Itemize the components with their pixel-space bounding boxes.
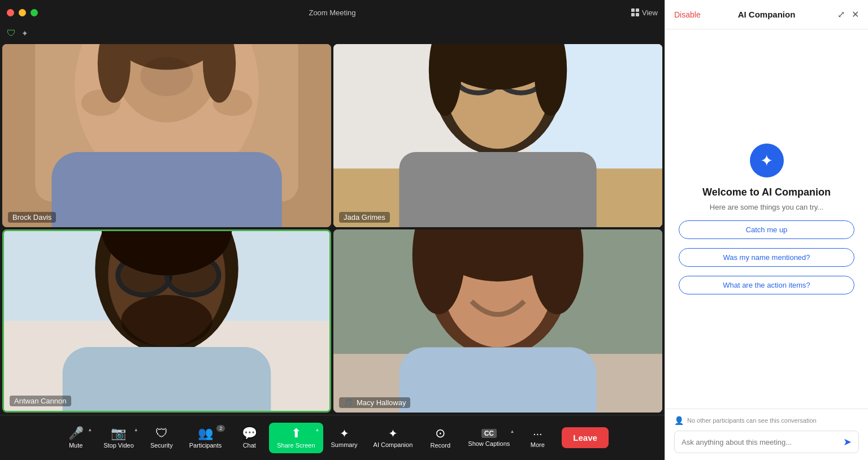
chat-button[interactable]: 💬 Chat [229, 423, 269, 453]
summary-icon: ✦ [340, 428, 349, 439]
ai-sidebar: Disable AI Companion ⤢ ✕ ✦ Welcome to AI… [665, 0, 868, 460]
participant-label-antwan: Antwan Cannon [10, 396, 71, 406]
send-button[interactable]: ➤ [843, 436, 852, 448]
captions-button[interactable]: ▲ CC Show Captions [460, 424, 518, 452]
close-sidebar-button[interactable]: ✕ [852, 9, 859, 20]
more-icon: ··· [533, 428, 542, 439]
security-icon: 🛡 [155, 427, 168, 440]
minimize-button[interactable] [19, 9, 26, 16]
svg-rect-30 [63, 347, 271, 411]
participant-label-macy: 🎵 Macy Halloway [339, 397, 410, 408]
sidebar-header: Disable AI Companion ⤢ ✕ [665, 0, 868, 29]
sidebar-header-actions: ⤢ ✕ [837, 9, 859, 20]
stop-video-button[interactable]: ▲ 📷 Stop Video [96, 423, 142, 453]
video-tile-brock[interactable]: Brock Davis [2, 44, 331, 227]
video-tile-jada[interactable]: Jada Grimes [333, 44, 662, 227]
participants-button[interactable]: 👥 2 Participants [181, 423, 229, 453]
microphone-icon: 🎤 [68, 427, 84, 440]
svg-rect-40 [399, 348, 596, 413]
privacy-icon: 👤 [674, 416, 684, 425]
more-button[interactable]: ··· More [518, 423, 557, 453]
participants-icon: 👥 [198, 427, 213, 440]
ai-companion-button[interactable]: ✦ AI Companion [366, 423, 421, 453]
sidebar-title: AI Companion [738, 10, 796, 19]
title-bar: Zoom Meeting View [0, 0, 665, 25]
share-icon: ⬆ [291, 427, 301, 440]
suggestion-action-items[interactable]: What are the action items? [679, 276, 854, 294]
leave-button[interactable]: Leave [562, 427, 609, 448]
grid-icon [631, 8, 639, 16]
window-controls [7, 9, 38, 16]
captions-icon: CC [481, 429, 497, 438]
svg-rect-4 [51, 152, 281, 227]
suggestion-catch-up[interactable]: Catch me up [679, 220, 854, 239]
external-link-button[interactable]: ⤢ [837, 9, 845, 20]
svg-point-10 [140, 57, 193, 96]
video-grid: Brock Davis [0, 42, 665, 415]
svg-rect-19 [399, 152, 596, 227]
meeting-title: Zoom Meeting [309, 8, 355, 17]
suggestion-name-mentioned[interactable]: Was my name mentioned? [679, 248, 854, 267]
captions-chevron: ▲ [510, 429, 514, 434]
video-tile-macy[interactable]: 🎵 Macy Halloway [333, 229, 662, 413]
participant-label-jada: Jada Grimes [339, 212, 390, 223]
ai-logo: ✦ [750, 144, 784, 177]
sidebar-footer: 👤 No other participants can see this con… [665, 409, 868, 460]
maximize-button[interactable] [31, 9, 38, 16]
toolbar: ▲ 🎤 Mute ▲ 📷 Stop Video 🛡 Security 👥 2 P… [0, 415, 665, 460]
chat-input[interactable] [682, 438, 839, 446]
status-bar: 🛡 ✦ [0, 25, 665, 42]
mute-chevron: ▲ [88, 427, 92, 432]
close-button[interactable] [7, 9, 14, 16]
record-button[interactable]: ⊙ Record [420, 423, 460, 453]
welcome-subtitle: Here are some things you can try... [710, 203, 823, 211]
share-chevron: ▲ [315, 427, 320, 432]
mute-button[interactable]: ▲ 🎤 Mute [56, 423, 96, 453]
privacy-notice: 👤 No other participants can see this con… [674, 416, 859, 425]
sidebar-content: ✦ Welcome to AI Companion Here are some … [665, 29, 868, 409]
ai-icon: ✦ [388, 428, 398, 439]
participant-label-brock: Brock Davis [8, 212, 56, 223]
participants-count: 2 [216, 425, 225, 432]
chat-input-area: ➤ [674, 431, 859, 453]
camera-icon: 📷 [111, 427, 126, 440]
share-screen-button[interactable]: ▲ ⬆ Share Screen [269, 423, 323, 453]
sidebar-header-inner: Disable AI Companion ⤢ ✕ [674, 9, 859, 20]
shield-icon: 🛡 [7, 28, 16, 38]
video-tile-antwan[interactable]: Antwan Cannon [2, 229, 331, 413]
summary-button[interactable]: ✦ Summary [323, 423, 366, 453]
disable-button[interactable]: Disable [674, 10, 701, 19]
welcome-title: Welcome to AI Companion [702, 186, 831, 198]
record-icon: ⊙ [435, 427, 445, 440]
ai-logo-icon: ✦ [760, 151, 773, 170]
video-chevron: ▲ [134, 427, 138, 432]
chat-icon: 💬 [242, 427, 257, 440]
svg-point-31 [121, 295, 212, 347]
security-button[interactable]: 🛡 Security [142, 423, 181, 453]
meeting-area: Zoom Meeting View 🛡 ✦ [0, 0, 665, 460]
sparkle-icon: ✦ [21, 29, 28, 38]
view-button[interactable]: View [631, 8, 658, 17]
